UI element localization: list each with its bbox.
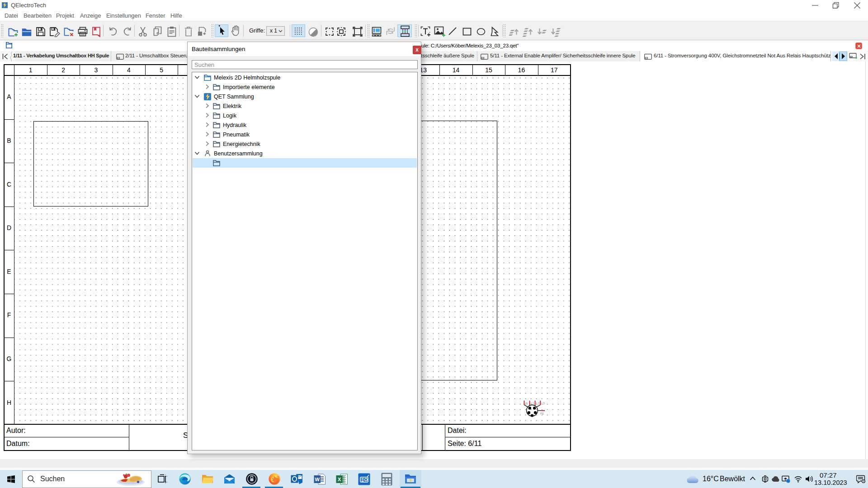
svg-text:X: X — [338, 477, 341, 482]
svg-text:L1: L1 — [531, 402, 534, 405]
svg-text:L3: L3 — [542, 402, 545, 405]
svg-text:L2: L2 — [536, 402, 540, 405]
svg-text:PE: PE — [540, 412, 544, 415]
svg-text:N: N — [526, 402, 528, 405]
svg-text:W: W — [315, 477, 320, 482]
